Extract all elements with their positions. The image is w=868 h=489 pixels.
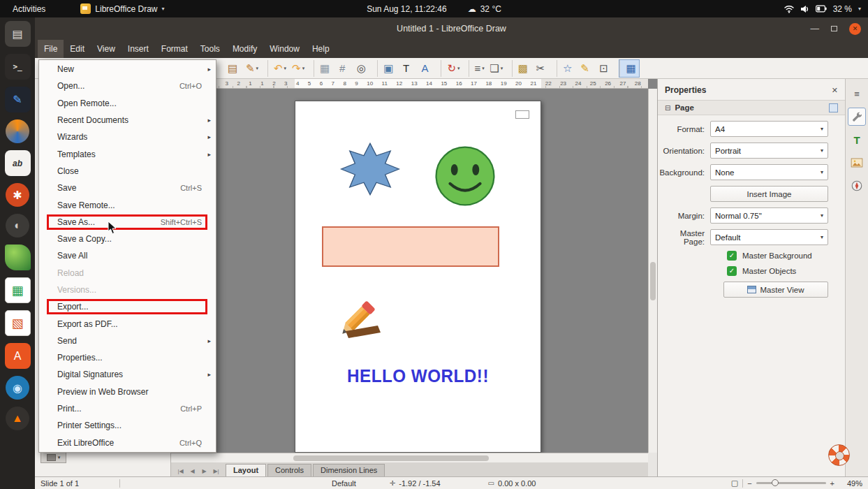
file-menu-item[interactable]: Open... Ctrl+O — [39, 78, 216, 94]
dock-icon-browser[interactable] — [6, 119, 29, 143]
checkbox-checked[interactable]: ✓ — [727, 266, 737, 276]
file-menu-item[interactable]: Preview in Web Browser — [39, 384, 216, 400]
dock-icon-globe-app[interactable]: ◉ — [6, 376, 29, 400]
tab-nav-button[interactable]: ▶| — [211, 468, 221, 474]
insert-image-button[interactable]: Insert Image — [710, 186, 828, 202]
file-menu-item[interactable]: Versions... — [39, 282, 216, 298]
redo-icon[interactable]: ↷ ▾ — [290, 60, 307, 77]
layer-tab[interactable]: Layout — [226, 464, 266, 476]
styles-tab-icon[interactable]: T — [848, 131, 866, 149]
gallery-tab-icon[interactable] — [848, 154, 866, 172]
sidebar-close-icon[interactable]: ✕ — [832, 86, 838, 95]
canvas-workarea[interactable]: HELLO WORLD!! — [171, 89, 648, 453]
activities-button[interactable]: Activities — [10, 4, 48, 14]
more-options-icon[interactable] — [829, 103, 838, 112]
page-section-header[interactable]: ⊟ Page — [658, 100, 845, 115]
insert-image-icon[interactable]: ▣ — [377, 60, 396, 77]
display-views-icon[interactable]: ▦ — [619, 60, 638, 77]
align-objects-icon[interactable]: ≡ ▾ — [469, 60, 486, 77]
file-menu-item[interactable]: Reload — [39, 265, 216, 282]
shadow-icon[interactable]: ▩ — [512, 60, 531, 77]
file-menu-item[interactable]: Close — [39, 163, 216, 180]
fit-page-button[interactable]: ▢ — [731, 479, 738, 488]
display-grid-icon[interactable]: ▦ — [314, 60, 332, 77]
dock-icon-libreoffice-calc[interactable]: ▦ — [5, 277, 31, 303]
master-page-name[interactable]: Default — [332, 479, 356, 488]
restore-button[interactable] — [831, 26, 837, 31]
fontwork-icon[interactable]: A — [417, 60, 434, 77]
stars-banners-icon[interactable]: ☆ — [557, 60, 575, 77]
rectangle-shape[interactable] — [322, 226, 499, 267]
layer-tab[interactable]: Dimension Lines — [313, 464, 385, 476]
file-menu-item[interactable]: Printer Settings... — [39, 417, 216, 434]
tab-nav-button[interactable]: |◀ — [175, 468, 186, 474]
window-titlebar[interactable]: Untitled 1 - LibreOffice Draw — ✕ — [35, 17, 868, 40]
rotate-icon[interactable]: ↻ ▾ — [441, 60, 461, 77]
insert-textbox-icon[interactable]: T — [398, 60, 415, 77]
menubar-item[interactable]: Insert — [122, 40, 155, 58]
file-menu-item[interactable]: Templates ▸ — [39, 145, 216, 162]
dropdown-select[interactable]: Portrait ▾ — [710, 143, 828, 159]
dock-icon-leaf-app[interactable] — [5, 245, 31, 270]
dock-icon-settings[interactable]: ✱ — [6, 183, 29, 207]
file-menu-item[interactable]: Save Ctrl+S — [39, 180, 216, 196]
dock-icon-pen-tool[interactable]: ✎ — [5, 87, 31, 112]
file-menu-item[interactable]: Open Remote... — [39, 95, 216, 112]
clock[interactable]: Sun Aug 12, 11:22:46 — [367, 4, 447, 14]
crop-icon[interactable]: ✂ — [533, 60, 550, 77]
menubar-item[interactable]: Tools — [194, 40, 226, 58]
tab-nav-button[interactable]: ◀ — [187, 468, 198, 474]
file-menu-item[interactable]: Exit LibreOffice Ctrl+Q — [39, 435, 216, 451]
file-menu-item[interactable]: Save Remote... — [39, 196, 216, 213]
menubar-item[interactable]: Modify — [226, 40, 263, 58]
file-menu-item[interactable]: Save a Copy... — [39, 231, 216, 247]
checkbox-row[interactable]: ✓ Master Objects — [727, 266, 845, 276]
zoom-percent[interactable]: 49% — [839, 479, 862, 488]
horizontal-scrollbar-thumb[interactable] — [293, 455, 489, 461]
dropdown-select[interactable]: A4 ▾ — [710, 121, 828, 137]
file-menu-item[interactable]: Export as PDF... — [39, 315, 216, 332]
zoom-in-button[interactable]: + — [830, 479, 834, 488]
system-tray[interactable]: 32 % ▾ — [784, 4, 861, 14]
dock-icon-vlc[interactable]: ▲ — [6, 407, 29, 430]
helplines-icon[interactable]: # — [334, 60, 351, 77]
menubar-item[interactable]: Edit — [64, 40, 91, 58]
minimize-button[interactable]: — — [811, 24, 820, 34]
navigator-tab-icon[interactable] — [848, 177, 866, 195]
star-shape[interactable] — [339, 141, 402, 197]
dock-icon-show-apps[interactable] — [8, 466, 27, 485]
menubar-item[interactable]: Window — [263, 40, 306, 58]
dropdown-select[interactable]: Default ▾ — [710, 229, 828, 245]
pencil-clipart[interactable] — [332, 291, 385, 344]
zoom-out-button[interactable]: − — [747, 479, 751, 488]
sidebar-settings-icon[interactable]: ≡ — [848, 85, 866, 103]
menubar-item[interactable]: Help — [306, 40, 336, 58]
vertical-scrollbar-thumb[interactable] — [650, 262, 656, 300]
curve-icon[interactable]: ✎ — [577, 60, 594, 77]
checkbox-row[interactable]: ✓ Master Background — [727, 251, 845, 261]
file-menu-item[interactable]: Save All — [39, 247, 216, 264]
menubar-item[interactable]: File — [38, 40, 64, 58]
dock-icon-gimp[interactable]: ◐ — [6, 214, 29, 238]
menubar-item[interactable]: Format — [155, 40, 194, 58]
file-menu-item[interactable]: Digital Signatures ▸ — [39, 366, 216, 383]
zoom-icon[interactable]: ◎ — [353, 60, 370, 77]
drawing-page[interactable]: HELLO WORLD!! — [295, 101, 541, 453]
zoom-slider-thumb[interactable] — [772, 479, 779, 486]
hello-world-text[interactable]: HELLO WORLD!! — [299, 366, 536, 386]
dock-icon-terminal[interactable]: >_ — [5, 54, 31, 80]
file-menu-item[interactable]: Print... Ctrl+P — [39, 400, 216, 417]
dock-icon-text-ab[interactable]: ab — [5, 150, 31, 176]
paste-icon[interactable]: ▤ — [225, 60, 242, 77]
file-menu-item[interactable]: Wizards ▸ — [39, 129, 216, 145]
clone-formatting-icon[interactable]: ✎ ▾ — [244, 60, 260, 77]
master-view-button[interactable]: Master View — [723, 282, 828, 298]
dock-icon-a-app[interactable]: A — [5, 343, 31, 369]
checkbox-checked[interactable]: ✓ — [727, 251, 737, 261]
file-menu-item[interactable]: Export... — [39, 298, 216, 315]
horizontal-scrollbar[interactable] — [171, 453, 648, 462]
glue-points-icon[interactable]: ⊡ — [596, 60, 612, 77]
menubar-item[interactable]: View — [91, 40, 122, 58]
file-menu-item[interactable]: Properties... — [39, 349, 216, 366]
dropdown-select[interactable]: Normal 0.75" ▾ — [710, 207, 828, 224]
